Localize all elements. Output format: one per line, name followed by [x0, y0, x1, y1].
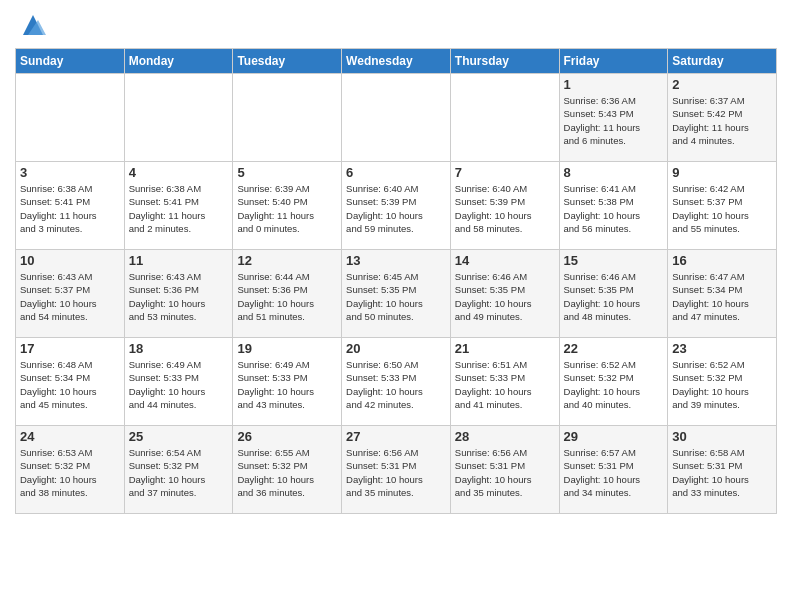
day-info: Sunrise: 6:56 AM Sunset: 5:31 PM Dayligh… [346, 446, 446, 499]
day-info: Sunrise: 6:42 AM Sunset: 5:37 PM Dayligh… [672, 182, 772, 235]
day-info: Sunrise: 6:49 AM Sunset: 5:33 PM Dayligh… [129, 358, 229, 411]
day-info: Sunrise: 6:52 AM Sunset: 5:32 PM Dayligh… [564, 358, 664, 411]
day-cell: 28Sunrise: 6:56 AM Sunset: 5:31 PM Dayli… [450, 426, 559, 514]
main-container: SundayMondayTuesdayWednesdayThursdayFrid… [0, 0, 792, 519]
day-info: Sunrise: 6:39 AM Sunset: 5:40 PM Dayligh… [237, 182, 337, 235]
day-cell: 3Sunrise: 6:38 AM Sunset: 5:41 PM Daylig… [16, 162, 125, 250]
day-number: 7 [455, 165, 555, 180]
day-number: 13 [346, 253, 446, 268]
day-number: 29 [564, 429, 664, 444]
day-info: Sunrise: 6:38 AM Sunset: 5:41 PM Dayligh… [129, 182, 229, 235]
day-info: Sunrise: 6:57 AM Sunset: 5:31 PM Dayligh… [564, 446, 664, 499]
logo-icon [18, 10, 48, 40]
day-cell: 4Sunrise: 6:38 AM Sunset: 5:41 PM Daylig… [124, 162, 233, 250]
day-cell: 13Sunrise: 6:45 AM Sunset: 5:35 PM Dayli… [342, 250, 451, 338]
week-row-3: 17Sunrise: 6:48 AM Sunset: 5:34 PM Dayli… [16, 338, 777, 426]
day-number: 22 [564, 341, 664, 356]
day-number: 16 [672, 253, 772, 268]
day-cell: 27Sunrise: 6:56 AM Sunset: 5:31 PM Dayli… [342, 426, 451, 514]
day-cell: 30Sunrise: 6:58 AM Sunset: 5:31 PM Dayli… [668, 426, 777, 514]
day-cell: 16Sunrise: 6:47 AM Sunset: 5:34 PM Dayli… [668, 250, 777, 338]
day-number: 27 [346, 429, 446, 444]
weekday-monday: Monday [124, 49, 233, 74]
day-info: Sunrise: 6:53 AM Sunset: 5:32 PM Dayligh… [20, 446, 120, 499]
day-info: Sunrise: 6:56 AM Sunset: 5:31 PM Dayligh… [455, 446, 555, 499]
day-cell: 29Sunrise: 6:57 AM Sunset: 5:31 PM Dayli… [559, 426, 668, 514]
week-row-1: 3Sunrise: 6:38 AM Sunset: 5:41 PM Daylig… [16, 162, 777, 250]
day-info: Sunrise: 6:40 AM Sunset: 5:39 PM Dayligh… [346, 182, 446, 235]
day-cell [450, 74, 559, 162]
day-cell: 14Sunrise: 6:46 AM Sunset: 5:35 PM Dayli… [450, 250, 559, 338]
day-number: 20 [346, 341, 446, 356]
day-cell [342, 74, 451, 162]
day-info: Sunrise: 6:52 AM Sunset: 5:32 PM Dayligh… [672, 358, 772, 411]
day-cell: 18Sunrise: 6:49 AM Sunset: 5:33 PM Dayli… [124, 338, 233, 426]
day-info: Sunrise: 6:38 AM Sunset: 5:41 PM Dayligh… [20, 182, 120, 235]
day-cell: 24Sunrise: 6:53 AM Sunset: 5:32 PM Dayli… [16, 426, 125, 514]
day-number: 18 [129, 341, 229, 356]
day-number: 6 [346, 165, 446, 180]
day-info: Sunrise: 6:37 AM Sunset: 5:42 PM Dayligh… [672, 94, 772, 147]
day-cell: 26Sunrise: 6:55 AM Sunset: 5:32 PM Dayli… [233, 426, 342, 514]
day-number: 9 [672, 165, 772, 180]
week-row-2: 10Sunrise: 6:43 AM Sunset: 5:37 PM Dayli… [16, 250, 777, 338]
day-cell [16, 74, 125, 162]
day-number: 4 [129, 165, 229, 180]
day-cell: 7Sunrise: 6:40 AM Sunset: 5:39 PM Daylig… [450, 162, 559, 250]
weekday-sunday: Sunday [16, 49, 125, 74]
day-info: Sunrise: 6:43 AM Sunset: 5:36 PM Dayligh… [129, 270, 229, 323]
weekday-friday: Friday [559, 49, 668, 74]
day-number: 3 [20, 165, 120, 180]
day-cell [124, 74, 233, 162]
day-info: Sunrise: 6:46 AM Sunset: 5:35 PM Dayligh… [455, 270, 555, 323]
day-number: 15 [564, 253, 664, 268]
day-info: Sunrise: 6:49 AM Sunset: 5:33 PM Dayligh… [237, 358, 337, 411]
day-info: Sunrise: 6:45 AM Sunset: 5:35 PM Dayligh… [346, 270, 446, 323]
week-row-0: 1Sunrise: 6:36 AM Sunset: 5:43 PM Daylig… [16, 74, 777, 162]
day-info: Sunrise: 6:54 AM Sunset: 5:32 PM Dayligh… [129, 446, 229, 499]
day-info: Sunrise: 6:46 AM Sunset: 5:35 PM Dayligh… [564, 270, 664, 323]
day-number: 17 [20, 341, 120, 356]
day-cell: 22Sunrise: 6:52 AM Sunset: 5:32 PM Dayli… [559, 338, 668, 426]
day-info: Sunrise: 6:43 AM Sunset: 5:37 PM Dayligh… [20, 270, 120, 323]
week-row-4: 24Sunrise: 6:53 AM Sunset: 5:32 PM Dayli… [16, 426, 777, 514]
day-info: Sunrise: 6:48 AM Sunset: 5:34 PM Dayligh… [20, 358, 120, 411]
day-number: 23 [672, 341, 772, 356]
day-info: Sunrise: 6:40 AM Sunset: 5:39 PM Dayligh… [455, 182, 555, 235]
day-cell: 23Sunrise: 6:52 AM Sunset: 5:32 PM Dayli… [668, 338, 777, 426]
day-number: 1 [564, 77, 664, 92]
day-number: 2 [672, 77, 772, 92]
day-cell: 25Sunrise: 6:54 AM Sunset: 5:32 PM Dayli… [124, 426, 233, 514]
logo [15, 10, 48, 40]
day-info: Sunrise: 6:36 AM Sunset: 5:43 PM Dayligh… [564, 94, 664, 147]
day-number: 14 [455, 253, 555, 268]
day-cell: 15Sunrise: 6:46 AM Sunset: 5:35 PM Dayli… [559, 250, 668, 338]
header [15, 10, 777, 40]
day-info: Sunrise: 6:55 AM Sunset: 5:32 PM Dayligh… [237, 446, 337, 499]
day-number: 28 [455, 429, 555, 444]
day-number: 24 [20, 429, 120, 444]
weekday-wednesday: Wednesday [342, 49, 451, 74]
day-number: 11 [129, 253, 229, 268]
day-number: 19 [237, 341, 337, 356]
day-cell: 10Sunrise: 6:43 AM Sunset: 5:37 PM Dayli… [16, 250, 125, 338]
day-cell: 9Sunrise: 6:42 AM Sunset: 5:37 PM Daylig… [668, 162, 777, 250]
day-cell: 11Sunrise: 6:43 AM Sunset: 5:36 PM Dayli… [124, 250, 233, 338]
weekday-thursday: Thursday [450, 49, 559, 74]
day-number: 12 [237, 253, 337, 268]
weekday-tuesday: Tuesday [233, 49, 342, 74]
day-number: 26 [237, 429, 337, 444]
day-info: Sunrise: 6:41 AM Sunset: 5:38 PM Dayligh… [564, 182, 664, 235]
day-number: 8 [564, 165, 664, 180]
day-cell: 6Sunrise: 6:40 AM Sunset: 5:39 PM Daylig… [342, 162, 451, 250]
day-info: Sunrise: 6:44 AM Sunset: 5:36 PM Dayligh… [237, 270, 337, 323]
day-info: Sunrise: 6:50 AM Sunset: 5:33 PM Dayligh… [346, 358, 446, 411]
day-cell: 20Sunrise: 6:50 AM Sunset: 5:33 PM Dayli… [342, 338, 451, 426]
day-number: 10 [20, 253, 120, 268]
day-cell: 8Sunrise: 6:41 AM Sunset: 5:38 PM Daylig… [559, 162, 668, 250]
day-cell: 19Sunrise: 6:49 AM Sunset: 5:33 PM Dayli… [233, 338, 342, 426]
day-cell: 21Sunrise: 6:51 AM Sunset: 5:33 PM Dayli… [450, 338, 559, 426]
day-cell: 12Sunrise: 6:44 AM Sunset: 5:36 PM Dayli… [233, 250, 342, 338]
day-cell: 17Sunrise: 6:48 AM Sunset: 5:34 PM Dayli… [16, 338, 125, 426]
day-number: 30 [672, 429, 772, 444]
